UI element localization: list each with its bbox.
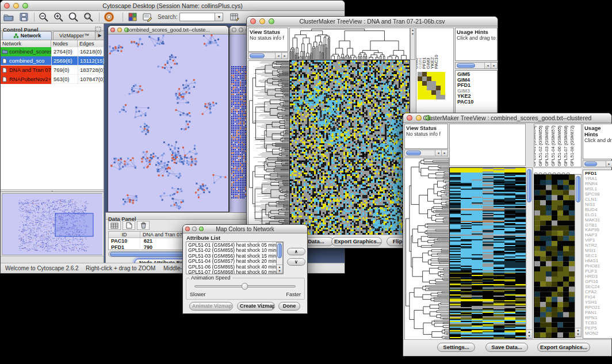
zoom-heatmap-cell[interactable] <box>427 86 431 90</box>
zoom-heatmap[interactable] <box>418 72 445 99</box>
zoom-heatmap-cell[interactable] <box>431 76 436 81</box>
column-label[interactable]: GPL51-03 (GSM856) <box>544 125 549 166</box>
network-list-row[interactable]: combined_scores2764(0)16218(0) <box>1 47 104 56</box>
zoom-heatmap-cell[interactable] <box>422 81 427 86</box>
scroll-arrows[interactable] <box>277 265 282 273</box>
zoom-heatmap-cell[interactable] <box>431 86 436 90</box>
panel-splitter[interactable]: ● <box>1 189 104 192</box>
column-label[interactable]: PAC10 <box>434 55 439 69</box>
zoom-heatmap-cell[interactable] <box>431 95 436 99</box>
scroll-right-icon[interactable] <box>281 53 288 59</box>
move-up-button[interactable]: ∧ <box>287 248 305 255</box>
zoom-heatmap-cell[interactable] <box>418 72 422 76</box>
minimize-icon[interactable] <box>239 28 243 32</box>
data-col-id[interactable]: ID <box>109 232 140 237</box>
scroll-arrows[interactable] <box>526 329 532 338</box>
zoom-heatmap-cell[interactable] <box>431 72 436 76</box>
scroll-left-icon[interactable] <box>275 53 281 59</box>
close-icon[interactable] <box>232 28 236 32</box>
scroll-thumb[interactable] <box>406 151 421 155</box>
zoom-heatmap-cell[interactable] <box>418 81 422 86</box>
annotation-icon[interactable] <box>141 12 153 22</box>
vizmap-grid-icon[interactable] <box>127 12 138 22</box>
table-edit-icon[interactable] <box>229 12 240 22</box>
attribute-table-icon[interactable] <box>108 221 121 230</box>
scroll-thumb[interactable] <box>457 63 475 68</box>
column-label[interactable]: GPL51-02 (GSM855) <box>538 125 543 166</box>
zoom-heatmap-cell[interactable] <box>422 76 427 81</box>
network-list-row[interactable]: DNA and Tran 07769(0)183728(0) <box>1 66 104 75</box>
zoom-heatmap-cell[interactable] <box>436 81 441 86</box>
col-edges[interactable]: Edges <box>78 40 104 47</box>
zoom-fit-icon[interactable] <box>68 12 79 22</box>
save-session-icon[interactable] <box>18 12 29 22</box>
tab-vizmapper[interactable]: VizMapper™ <box>53 31 95 40</box>
scroll-thumb[interactable] <box>576 176 580 202</box>
scroll-thumb[interactable] <box>527 169 531 202</box>
zoom-heatmap-cell[interactable] <box>441 86 445 90</box>
zoom-heatmap-cell[interactable] <box>431 90 436 95</box>
search-input[interactable] <box>179 13 215 21</box>
zoom-heatmap-cell[interactable] <box>427 95 431 99</box>
new-attribute-icon[interactable] <box>123 221 135 230</box>
column-dendrogram[interactable] <box>289 28 410 60</box>
gene-item[interactable]: PAC10 <box>457 99 497 105</box>
network-list-row[interactable]: combined_sco2569(6)13112(15) <box>1 56 104 66</box>
scroll-right-icon[interactable] <box>606 161 612 167</box>
column-label[interactable]: GPL51-04 (GSM857) <box>550 125 556 166</box>
network-list-row[interactable]: RNAPuberNov2+I563(0)107847(0) <box>1 75 104 84</box>
search-dropdown-icon[interactable]: ▼ <box>215 13 223 21</box>
attribute-item[interactable]: GPL51-07 (GSM868) heat shock 60 min <box>188 270 283 274</box>
zoom-heatmap-cell[interactable] <box>436 72 441 76</box>
treeview1-title-bar[interactable]: ClusterMaker TreeView : DNA and Tran 07-… <box>247 17 498 26</box>
global-heatmap[interactable] <box>289 60 410 236</box>
scroll-thumb[interactable] <box>277 243 282 258</box>
column-label[interactable]: GPL51-07 (GSM868) <box>563 125 568 166</box>
dialog-title-bar[interactable]: Map Colors to Network <box>183 225 307 233</box>
zoom-heatmap-cell[interactable] <box>436 86 441 90</box>
view-status-scrollbar[interactable] <box>248 52 288 59</box>
treeview2-title-bar[interactable]: ClusterMaker TreeView : combined_scores_… <box>403 113 611 123</box>
save-data-button[interactable]: Save Data... <box>485 343 528 352</box>
zoom-heatmap-cell[interactable] <box>436 76 441 81</box>
zoom-heatmap-cell[interactable] <box>422 95 427 99</box>
scroll-thumb[interactable] <box>250 53 265 58</box>
col-network[interactable]: Network <box>1 40 51 47</box>
zoom-heatmap-cell[interactable] <box>427 81 431 86</box>
row-dendrogram[interactable] <box>248 60 289 236</box>
export-graphics-button[interactable]: Export Graphics... <box>537 343 590 352</box>
zoom-heatmap-cell[interactable] <box>436 90 441 95</box>
zoom-heatmap[interactable] <box>534 174 575 338</box>
settings-button[interactable]: Settings... <box>437 343 475 352</box>
gene-vscrollbar[interactable] <box>575 174 582 337</box>
gene-item[interactable]: MON2 <box>585 331 612 336</box>
zoom-heatmap-cell[interactable] <box>418 86 422 90</box>
birdseye-view[interactable] <box>2 193 102 255</box>
row-dendrogram[interactable] <box>404 158 449 340</box>
view-status-scrollbar[interactable] <box>404 150 448 156</box>
zoom-heatmap-cell[interactable] <box>441 95 445 99</box>
zoom-heatmap-cell[interactable] <box>422 90 427 95</box>
done-button[interactable]: Done <box>278 302 300 311</box>
zoom-heatmap-cell[interactable] <box>422 72 427 76</box>
zoom-heatmap-cell[interactable] <box>427 90 431 95</box>
create-vizmap-button[interactable]: Create Vizmap <box>237 302 275 311</box>
delete-attribute-trash-icon[interactable] <box>137 221 150 230</box>
heatmap-vscrollbar[interactable] <box>526 167 533 339</box>
scroll-arrows[interactable] <box>575 328 581 336</box>
zoom-heatmap-cell[interactable] <box>427 72 431 76</box>
zoom-heatmap-cell[interactable] <box>441 90 445 95</box>
scroll-thumb[interactable] <box>584 162 597 166</box>
float-panel-icon[interactable] <box>95 24 101 35</box>
global-heatmap[interactable] <box>449 167 527 340</box>
scroll-left-icon[interactable] <box>435 150 441 156</box>
zoom-in-icon[interactable] <box>53 12 64 22</box>
help-lifering-icon[interactable] <box>103 12 114 22</box>
open-session-icon[interactable] <box>3 12 14 22</box>
network-canvas-1[interactable] <box>108 35 228 212</box>
usage-hints-scrollbar[interactable] <box>583 160 612 167</box>
scroll-left-icon[interactable] <box>484 63 491 68</box>
birdseye-canvas[interactable] <box>2 194 102 255</box>
attribute-list-vscrollbar[interactable] <box>276 242 283 274</box>
animation-slider-thumb[interactable] <box>242 283 248 290</box>
